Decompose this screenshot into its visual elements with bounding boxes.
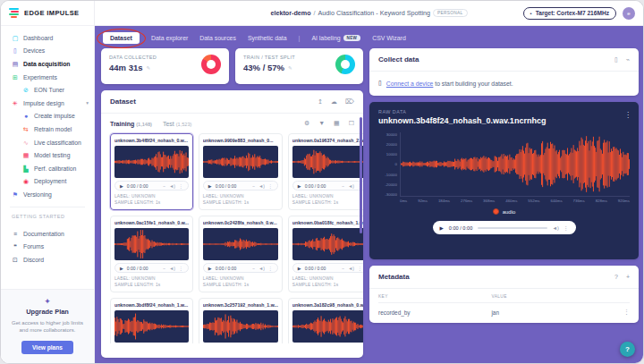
- sidebar-item-create-impulse[interactable]: ● Create impulse: [1, 110, 94, 123]
- play-icon[interactable]: ▶: [120, 266, 123, 271]
- kebab-menu-icon[interactable]: ⋮: [268, 266, 273, 271]
- volume-icon[interactable]: ◄): [258, 266, 265, 271]
- play-icon[interactable]: ▶: [440, 225, 444, 231]
- sample-waveform: [292, 310, 363, 343]
- view-plans-button[interactable]: View plans: [21, 341, 73, 354]
- sidebar-item-perf-calibration[interactable]: ▙ Perf. calibration: [1, 162, 94, 175]
- volume-icon[interactable]: ◄): [348, 183, 354, 189]
- sidebar-item-experiments[interactable]: ⊞ Experiments: [1, 71, 94, 84]
- y-tick: -20000: [385, 182, 397, 187]
- delete-icon[interactable]: ⌦: [345, 98, 354, 106]
- device-icon[interactable]: ▯: [614, 56, 618, 63]
- edit-icon[interactable]: ✎: [147, 65, 151, 71]
- cloud-icon[interactable]: ☁: [331, 98, 337, 106]
- logo[interactable]: EDGE IMPULSE: [1, 1, 94, 26]
- sample-card[interactable]: unknown.0c2428fa_nohash_0.w... ▶ 0:00 / …: [199, 216, 283, 292]
- sidebar-item-documentation[interactable]: ≡ Documentation: [1, 227, 94, 241]
- sidebar-item-live-classification[interactable]: ∿ Live classification: [1, 136, 94, 149]
- player-time: 0:00 / 0:00: [305, 266, 326, 271]
- chevron-down-icon: ▾: [86, 100, 89, 106]
- sidebar-item-devices[interactable]: ▯ Devices: [1, 45, 94, 58]
- sample-card[interactable]: unknown.3bdf8f24_nohash_1.w... ▶ 0:00 / …: [110, 298, 193, 343]
- minus-icon[interactable]: −: [163, 183, 165, 189]
- expand-icon[interactable]: ☐: [349, 120, 354, 127]
- grid-view-icon[interactable]: ▦: [334, 120, 340, 127]
- sample-card[interactable]: unknown.0ba018fc_nohash_1.w... ▶ 0:00 / …: [288, 216, 363, 292]
- sidebar-item-data-acquisition[interactable]: ▤ Data acquisition: [1, 57, 94, 71]
- kebab-menu-icon[interactable]: ⋮: [623, 309, 630, 316]
- length-key: SAMPLE LENGTH:: [203, 200, 242, 205]
- scrollbar[interactable]: [360, 117, 362, 233]
- sample-card[interactable]: unknown.3c257192_nohash_1.w... ▶ 0:00 / …: [199, 298, 283, 343]
- sidebar-item-discord[interactable]: ⊡ Discord: [1, 253, 94, 267]
- minus-icon[interactable]: −: [252, 183, 255, 189]
- tab-ai-labeling[interactable]: AI labeling NEW: [311, 35, 360, 41]
- play-icon[interactable]: ▶: [208, 266, 212, 271]
- volume-icon[interactable]: ◄): [258, 183, 265, 189]
- play-icon[interactable]: ▶: [298, 183, 301, 189]
- volume-icon[interactable]: ◄): [553, 225, 559, 231]
- dataset-tab-test[interactable]: Test (1,523): [163, 121, 192, 127]
- sensor-icon[interactable]: ⌁: [626, 56, 630, 63]
- kebab-menu-icon[interactable]: ⋮: [624, 111, 631, 119]
- sidebar-item-retrain-model[interactable]: ⇆ Retrain model: [1, 123, 94, 136]
- sidebar-item-model-testing[interactable]: ▦ Model testing: [1, 148, 94, 162]
- volume-icon[interactable]: ◄): [169, 183, 175, 189]
- tab-data-sources[interactable]: Data sources: [199, 35, 236, 41]
- metadata-col-value: VALUE: [491, 294, 630, 299]
- avatar[interactable]: e: [623, 7, 635, 20]
- minus-icon[interactable]: −: [252, 266, 255, 271]
- help-button[interactable]: ?: [620, 342, 635, 357]
- kebab-menu-icon[interactable]: ⋮: [564, 225, 569, 231]
- connect-device-link[interactable]: Connect a device: [386, 80, 434, 87]
- kebab-menu-icon[interactable]: ⋮: [358, 266, 362, 271]
- sample-audio-player: ▶ 0:00 / 0:00 − ◄) ⋮: [114, 263, 189, 273]
- sample-card[interactable]: unknown.9909e883_nohash_0... ▶ 0:00 / 0:…: [199, 133, 283, 210]
- sample-card[interactable]: unknown.0ac15fe1_nohash_0.w... ▶ 0:00 / …: [110, 216, 193, 292]
- settings-icon[interactable]: ⚙: [304, 120, 309, 127]
- kebab-menu-icon[interactable]: ⋮: [268, 183, 273, 189]
- player-track[interactable]: [478, 227, 547, 229]
- tab-synthetic-data[interactable]: Synthetic data: [248, 35, 287, 41]
- sidebar-item-eon-tuner[interactable]: ⊘ EON Tuner: [1, 83, 94, 97]
- tab-dataset[interactable]: Dataset: [103, 32, 140, 44]
- minus-icon[interactable]: −: [163, 266, 165, 271]
- sidebar-item-impulse-design[interactable]: ✳ Impulse design ▾: [1, 97, 94, 110]
- kebab-menu-icon[interactable]: ⋮: [179, 183, 183, 189]
- deployment-icon: ◉: [22, 178, 30, 184]
- dataset-title: Dataset: [110, 97, 136, 106]
- tab-data-explorer[interactable]: Data explorer: [151, 35, 188, 41]
- sidebar-item-forums[interactable]: ❝ Forums: [1, 240, 94, 253]
- sample-card[interactable]: unknown.3b4f8f24_nohash_0.w... ▶ 0:00 / …: [110, 133, 193, 210]
- sidebar-item-dashboard[interactable]: ▢ Dashboard: [1, 31, 94, 45]
- x-tick: 184ms: [438, 199, 450, 203]
- filter-icon[interactable]: ▼: [318, 120, 325, 127]
- minus-icon[interactable]: −: [342, 183, 344, 189]
- project-name[interactable]: elektor-demo: [270, 9, 310, 17]
- sample-audio-player: ▶ 0:00 / 0:00 − ◄) ⋮: [114, 181, 189, 190]
- dataset-tab-training[interactable]: Training (1,148): [110, 121, 152, 127]
- volume-icon[interactable]: ◄): [169, 266, 175, 271]
- play-icon[interactable]: ▶: [298, 266, 301, 271]
- tab-csv-wizard[interactable]: CSV Wizard: [372, 35, 406, 41]
- x-tick: 644ms: [550, 199, 562, 203]
- add-metadata-icon[interactable]: +: [626, 274, 630, 280]
- play-icon[interactable]: ▶: [120, 183, 123, 189]
- kebab-menu-icon[interactable]: ⋮: [179, 266, 183, 271]
- sample-card[interactable]: unknown.0a196374_nohash_2.w... ▶ 0:00 / …: [288, 133, 363, 210]
- sample-card[interactable]: unknown.3a182c98_nohash_0.w... ▶ 0:00 / …: [288, 298, 363, 343]
- help-icon[interactable]: ?: [614, 274, 618, 280]
- upload-icon[interactable]: ↥: [318, 98, 323, 106]
- edit-icon[interactable]: ✎: [288, 65, 292, 71]
- target-device-button[interactable]: ▪ Target: Cortex-M7 216MHz: [523, 7, 616, 20]
- dataset-panel: Dataset ↥☁⌦ Training (1,148)Test (1,523)…: [101, 90, 363, 358]
- play-icon[interactable]: ▶: [208, 183, 212, 189]
- sample-name: unknown.9909e883_nohash_0...: [203, 138, 278, 143]
- sample-audio-player: ▶ 0:00 / 0:00 − ◄) ⋮: [203, 181, 278, 190]
- waveform-plot[interactable]: [400, 132, 630, 197]
- volume-icon[interactable]: ◄): [348, 266, 354, 271]
- minus-icon[interactable]: −: [342, 266, 344, 271]
- sidebar-item-versioning[interactable]: ⚑ Versioning: [1, 188, 94, 201]
- stat-card: DATA COLLECTED 44m 31s✎: [101, 48, 229, 84]
- sidebar-item-deployment[interactable]: ◉ Deployment: [1, 175, 94, 189]
